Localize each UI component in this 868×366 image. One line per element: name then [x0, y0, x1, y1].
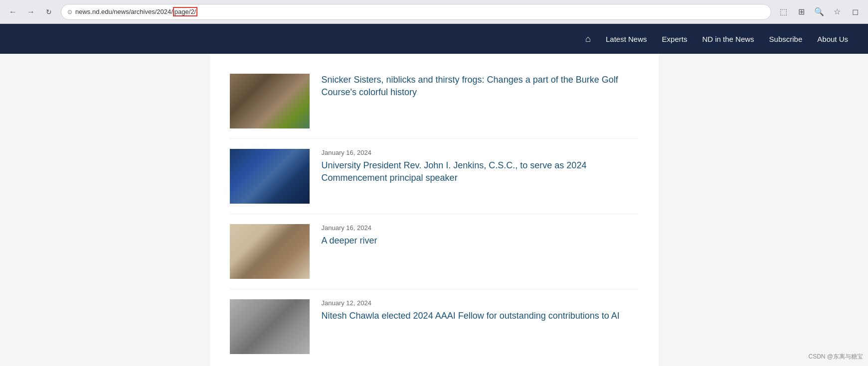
nav-latest-news[interactable]: Latest News — [606, 35, 647, 43]
zoom-button[interactable]: 🔍 — [812, 5, 826, 19]
news-body-golf-course: Snicker Sisters, niblicks and thirsty fr… — [322, 74, 639, 99]
news-list: Snicker Sisters, niblicks and thirsty fr… — [230, 64, 639, 364]
security-icon: ⊙ — [67, 8, 72, 15]
bookmark-button[interactable]: ☆ — [830, 5, 844, 19]
nav-nd-in-news[interactable]: ND in the News — [702, 35, 754, 43]
news-thumb-chawla — [230, 299, 310, 354]
news-thumb-river — [230, 224, 310, 279]
refresh-button[interactable]: ↻ — [42, 5, 56, 19]
news-body-president: January 16, 2024 University President Re… — [322, 149, 639, 184]
profile-button[interactable]: ◻ — [848, 5, 862, 19]
browser-chrome: ← → ↻ ⊙ news.nd.edu/news/archives/2024/p… — [0, 0, 868, 24]
translate-button[interactable]: ⊞ — [794, 5, 808, 19]
news-title-president[interactable]: University President Rev. John I. Jenkin… — [322, 159, 639, 184]
news-title-golf-course[interactable]: Snicker Sisters, niblicks and thirsty fr… — [322, 74, 639, 99]
news-thumb-golf-course — [230, 74, 310, 128]
browser-actions: ⬚ ⊞ 🔍 ☆ ◻ — [776, 5, 862, 19]
forward-button[interactable]: → — [24, 5, 38, 19]
address-bar[interactable]: ⊙ news.nd.edu/news/archives/2024/page/2/ — [61, 4, 771, 20]
news-date-river: January 16, 2024 — [322, 224, 639, 232]
cast-button[interactable]: ⬚ — [776, 5, 790, 19]
watermark: CSDN @东离与糖宝 — [808, 353, 863, 361]
home-icon[interactable]: ⌂ — [585, 34, 591, 44]
back-button[interactable]: ← — [6, 5, 20, 19]
address-prefix: news.nd.edu/news/archives/2024/ — [75, 8, 173, 15]
pagination: ← Previous 1 2 3 Next → — [230, 364, 639, 366]
news-item-chawla: January 12, 2024 Nitesh Chawla elected 2… — [230, 289, 639, 364]
news-body-river: January 16, 2024 A deeper river — [322, 224, 639, 247]
nav-about-us[interactable]: About Us — [817, 35, 848, 43]
address-highlight: page/2/ — [173, 7, 197, 16]
news-thumb-president — [230, 149, 310, 204]
news-date-president: January 16, 2024 — [322, 149, 639, 156]
news-title-river[interactable]: A deeper river — [322, 235, 639, 247]
news-item-president: January 16, 2024 University President Re… — [230, 139, 639, 214]
news-item-river: January 16, 2024 A deeper river — [230, 214, 639, 289]
news-date-chawla: January 12, 2024 — [322, 299, 639, 307]
nav-subscribe[interactable]: Subscribe — [769, 35, 803, 43]
browser-nav-buttons: ← → ↻ — [6, 5, 56, 19]
main-content: Snicker Sisters, niblicks and thirsty fr… — [210, 54, 659, 366]
site-nav: ⌂ Latest News Experts ND in the News Sub… — [0, 24, 868, 54]
news-body-chawla: January 12, 2024 Nitesh Chawla elected 2… — [322, 299, 639, 322]
news-item-golf-course: Snicker Sisters, niblicks and thirsty fr… — [230, 64, 639, 139]
nav-experts[interactable]: Experts — [662, 35, 688, 43]
news-title-chawla[interactable]: Nitesh Chawla elected 2024 AAAI Fellow f… — [322, 310, 639, 322]
